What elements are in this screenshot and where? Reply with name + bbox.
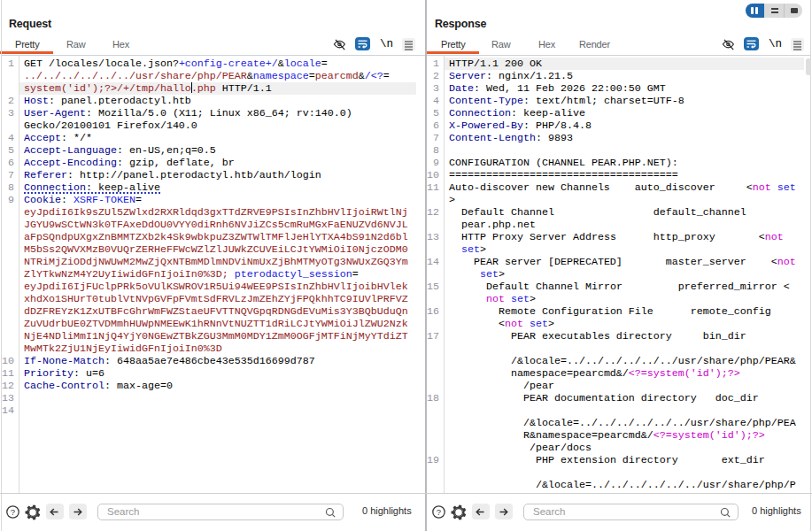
svg-text:?: ?: [11, 507, 15, 517]
svg-text:?: ?: [437, 507, 441, 517]
